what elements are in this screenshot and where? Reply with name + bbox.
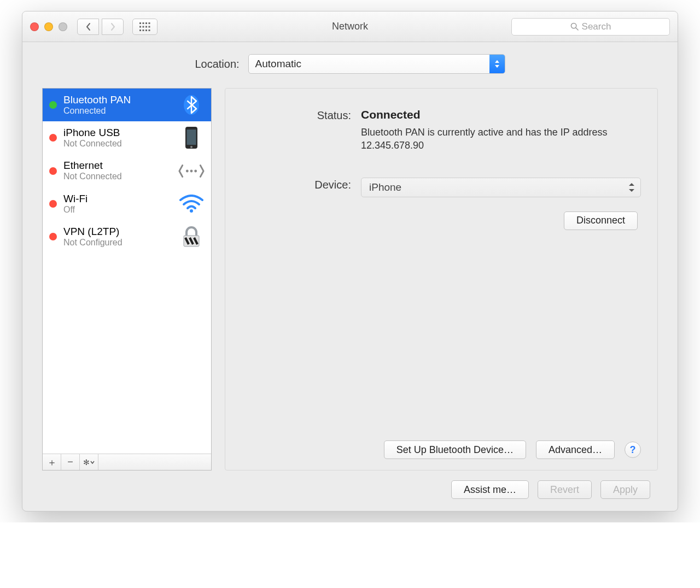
service-status: Not Connected [63, 139, 172, 149]
device-label: Device: [242, 178, 351, 197]
detail-pane: Status: Connected Bluetooth PAN is curre… [225, 88, 658, 471]
sidebar-item-bluetooth-pan[interactable]: Bluetooth PAN Connected [43, 89, 211, 121]
chevron-left-icon [85, 22, 91, 31]
location-row: Location: Automatic [42, 54, 658, 74]
chevron-down-icon [90, 461, 95, 464]
location-value: Automatic [255, 58, 301, 70]
svg-rect-0 [139, 22, 141, 24]
sidebar-item-iphone-usb[interactable]: iPhone USB Not Connected [43, 121, 211, 154]
help-icon: ? [630, 444, 636, 456]
status-dot-icon [49, 233, 57, 240]
titlebar: Network Search [22, 11, 678, 42]
status-dot-icon [49, 101, 57, 109]
service-status: Off [63, 205, 172, 215]
service-list-panel: Bluetooth PAN Connected iPhone USB Not C… [42, 88, 212, 471]
nav-buttons [77, 19, 158, 35]
svg-rect-6 [145, 26, 147, 27]
device-popup[interactable]: iPhone [361, 178, 641, 197]
service-name: Ethernet [63, 160, 172, 172]
service-text: iPhone USB Not Connected [63, 127, 172, 149]
remove-service-button[interactable]: − [61, 454, 80, 470]
assist-me-button[interactable]: Assist me… [451, 480, 529, 499]
svg-point-21 [190, 209, 193, 213]
status-dot-icon [49, 167, 57, 175]
device-row: Device: iPhone [242, 178, 641, 197]
svg-rect-2 [145, 22, 147, 24]
status-dot-icon [49, 134, 57, 142]
disconnect-button[interactable]: Disconnect [564, 211, 638, 230]
svg-point-19 [190, 169, 193, 172]
zoom-window-button[interactable] [59, 22, 67, 31]
sidebar-item-ethernet[interactable]: Ethernet Not Connected [43, 154, 211, 187]
add-service-button[interactable]: ＋ [43, 454, 61, 470]
svg-rect-8 [139, 30, 141, 31]
service-list[interactable]: Bluetooth PAN Connected iPhone USB Not C… [43, 89, 211, 454]
updown-arrows-icon [489, 55, 505, 73]
svg-point-17 [190, 146, 192, 148]
search-field[interactable]: Search [511, 18, 670, 36]
service-status: Connected [63, 106, 172, 116]
disconnect-row: Disconnect [242, 211, 641, 230]
chevron-right-icon [110, 22, 116, 31]
lock-icon [178, 226, 205, 248]
updown-arrows-icon [627, 180, 636, 195]
advanced-button[interactable]: Advanced… [536, 440, 615, 459]
content-area: Location: Automatic Bluetooth PAN Connec… [22, 42, 678, 511]
help-button[interactable]: ? [625, 442, 641, 458]
iphone-icon [178, 127, 205, 149]
sidebar-item-wifi[interactable]: Wi-Fi Off [43, 187, 211, 220]
minimize-window-button[interactable] [44, 22, 53, 31]
service-text: Ethernet Not Connected [63, 160, 172, 181]
svg-rect-9 [143, 30, 144, 31]
footer-row: Assist me… Revert Apply [42, 471, 658, 499]
svg-rect-11 [149, 30, 150, 31]
svg-line-13 [575, 28, 578, 30]
location-popup[interactable]: Automatic [248, 54, 505, 74]
svg-rect-1 [143, 22, 144, 24]
gear-icon: ✻ [83, 458, 90, 467]
status-value: Connected [361, 108, 641, 121]
service-status: Not Connected [63, 172, 172, 181]
svg-point-18 [186, 169, 189, 172]
status-label: Status: [242, 108, 351, 152]
sidebar-item-vpn[interactable]: VPN (L2TP) Not Configured [43, 220, 211, 253]
forward-button[interactable] [102, 19, 124, 35]
bluetooth-icon [178, 94, 205, 116]
search-icon [570, 22, 579, 31]
status-value-block: Connected Bluetooth PAN is currently act… [361, 108, 641, 152]
svg-rect-3 [149, 22, 150, 24]
show-all-button[interactable] [132, 19, 158, 35]
ethernet-icon [178, 160, 205, 182]
status-dot-icon [49, 200, 57, 208]
service-name: Bluetooth PAN [63, 94, 172, 106]
service-name: VPN (L2TP) [63, 226, 172, 238]
revert-button[interactable]: Revert [538, 480, 592, 499]
back-button[interactable] [77, 19, 99, 35]
svg-rect-7 [149, 26, 150, 27]
plus-icon: ＋ [47, 456, 57, 469]
service-name: Wi-Fi [63, 193, 172, 205]
service-status: Not Configured [63, 238, 172, 248]
search-placeholder: Search [582, 21, 611, 32]
apply-button[interactable]: Apply [600, 480, 650, 499]
svg-rect-5 [143, 26, 144, 27]
svg-rect-10 [145, 30, 147, 31]
minus-icon: − [67, 456, 73, 468]
svg-point-20 [194, 169, 197, 172]
close-window-button[interactable] [30, 22, 39, 31]
svg-rect-4 [139, 26, 141, 27]
grid-icon [139, 22, 150, 31]
status-row: Status: Connected Bluetooth PAN is curre… [242, 108, 641, 152]
network-preferences-window: Network Search Location: Automatic Bl [22, 11, 678, 511]
service-name: iPhone USB [63, 127, 172, 139]
sidebar-footer: ＋ − ✻ [43, 454, 211, 470]
main-columns: Bluetooth PAN Connected iPhone USB Not C… [42, 88, 658, 471]
pane-bottom-row: Set Up Bluetooth Device… Advanced… ? [242, 440, 641, 459]
device-value: iPhone [369, 181, 401, 193]
setup-bluetooth-button[interactable]: Set Up Bluetooth Device… [384, 440, 526, 459]
wifi-icon [178, 193, 205, 215]
service-actions-menu[interactable]: ✻ [80, 454, 98, 470]
service-text: Wi-Fi Off [63, 193, 172, 215]
service-text: VPN (L2TP) Not Configured [63, 226, 172, 248]
service-text: Bluetooth PAN Connected [63, 94, 172, 116]
